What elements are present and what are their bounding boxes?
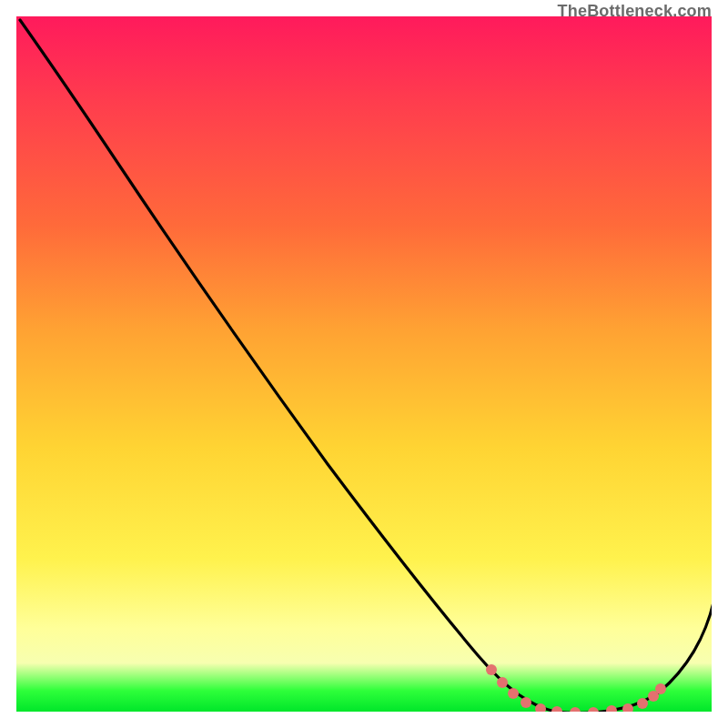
chart-stage: TheBottleneck.com — [0, 0, 728, 728]
watermark-text: TheBottleneck.com — [558, 2, 712, 21]
frame-edge-bottom — [0, 712, 728, 728]
frame-edge-right — [712, 0, 728, 728]
chart-gradient-background — [16, 16, 712, 712]
frame-edge-left — [0, 0, 16, 728]
